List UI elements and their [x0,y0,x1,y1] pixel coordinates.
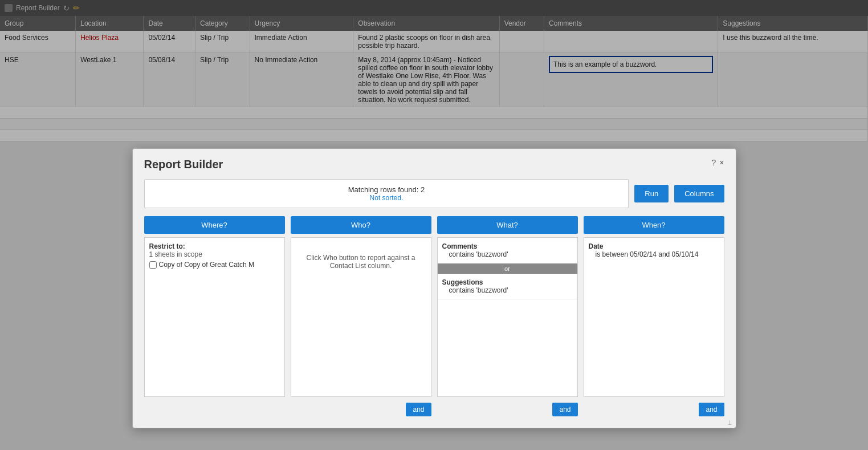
modal-overlay: Report Builder ? × Matching rows found: … [0,0,868,141]
